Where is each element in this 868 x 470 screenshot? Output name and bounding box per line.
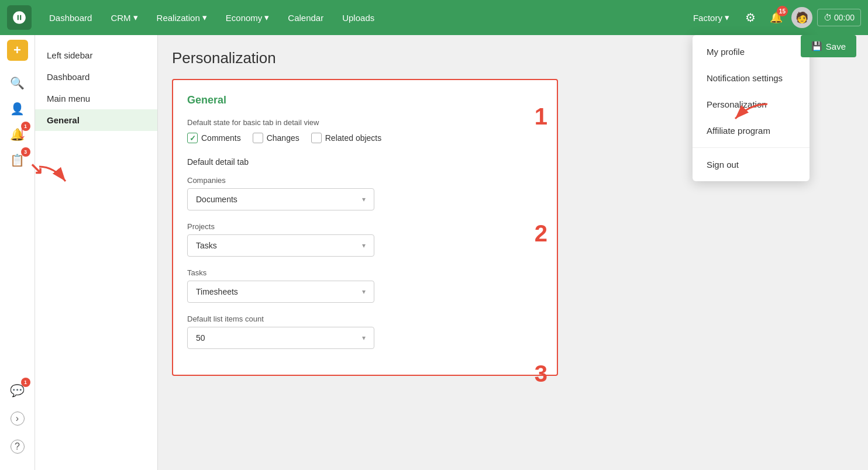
general-card: General Default state for basic tab in d… bbox=[172, 79, 558, 376]
economy-chevron-icon: ▾ bbox=[264, 12, 269, 23]
sidebar-item-general[interactable]: General bbox=[35, 109, 157, 131]
comments-checkbox[interactable]: ✓ Comments bbox=[187, 133, 241, 143]
navbar-right: Factory ▾ ⚙ 🔔 15 🧑 ⏱ 00:00 bbox=[687, 7, 861, 28]
reports-badge: 3 bbox=[21, 147, 30, 157]
help-icon: ? bbox=[11, 440, 25, 454]
related-objects-label: Related objects bbox=[325, 133, 382, 143]
crm-chevron-icon: ▾ bbox=[133, 12, 138, 23]
comments-label: Comments bbox=[201, 133, 241, 143]
basic-tab-label: Default state for basic tab in detail vi… bbox=[187, 118, 543, 127]
check-icon: ✓ bbox=[190, 134, 196, 143]
notifications-button[interactable]: 🔔 15 bbox=[766, 7, 787, 28]
list-items-select[interactable]: 50 ▾ bbox=[187, 327, 374, 349]
notification-badge: 15 bbox=[777, 6, 788, 16]
save-button[interactable]: 💾 Save bbox=[801, 35, 856, 57]
list-items-row: Default list items count 50 ▾ bbox=[187, 315, 543, 349]
dropdown-divider bbox=[693, 147, 810, 148]
expand-icon: › bbox=[11, 412, 25, 426]
projects-chevron-icon: ▾ bbox=[362, 241, 366, 250]
companies-chevron-icon: ▾ bbox=[362, 195, 366, 203]
save-icon: 💾 bbox=[811, 41, 822, 51]
app-logo[interactable] bbox=[7, 5, 32, 30]
tasks-select[interactable]: Timesheets ▾ bbox=[187, 281, 374, 303]
navbar: Dashboard CRM ▾ Realization ▾ Economy ▾ … bbox=[0, 0, 868, 35]
chat-icon-btn[interactable]: 💬 1 bbox=[6, 379, 29, 402]
nav-economy[interactable]: Economy ▾ bbox=[218, 8, 278, 27]
companies-select[interactable]: Documents ▾ bbox=[187, 188, 374, 210]
detail-tab-section-label: Default detail tab bbox=[187, 157, 543, 167]
sidebar-nav: ↓ Left sidebar Dashboard Main menu Gener… bbox=[35, 35, 158, 470]
timer-button[interactable]: ⏱ 00:00 bbox=[817, 9, 861, 26]
realization-chevron-icon: ▾ bbox=[202, 12, 207, 23]
companies-row: Companies Documents ▾ bbox=[187, 176, 543, 210]
search-icon-btn[interactable]: 🔍 bbox=[6, 71, 29, 95]
nav-crm[interactable]: CRM ▾ bbox=[102, 8, 146, 27]
nav-calendar[interactable]: Calendar bbox=[280, 8, 332, 27]
nav-uploads[interactable]: Uploads bbox=[334, 8, 383, 27]
annotation-2: 2 bbox=[535, 220, 547, 247]
dropdown-notification-settings[interactable]: Notification settings bbox=[693, 65, 810, 91]
dropdown-sign-out[interactable]: Sign out bbox=[693, 151, 810, 178]
nav-dashboard[interactable]: Dashboard bbox=[41, 8, 100, 27]
related-objects-checkbox-box[interactable] bbox=[311, 133, 322, 143]
companies-label: Companies bbox=[187, 176, 543, 185]
settings-button[interactable]: ⚙ bbox=[740, 7, 761, 28]
general-card-title: General bbox=[187, 94, 543, 106]
left-icon-bar: + 🔍 👤 ↘ 🔔 1 📋 3 💬 1 › ? bbox=[0, 35, 35, 470]
tasks-row: Tasks Timesheets ▾ bbox=[187, 268, 543, 303]
user-dropdown-menu: My profile Notification settings Persona… bbox=[693, 35, 810, 181]
projects-row: Projects Tasks ▾ bbox=[187, 222, 543, 257]
dropdown-personalization[interactable]: Personalization bbox=[693, 91, 810, 117]
timer-icon: ⏱ bbox=[824, 13, 832, 22]
sidebar-item-left-sidebar[interactable]: Left sidebar bbox=[35, 44, 157, 66]
list-items-label: Default list items count bbox=[187, 315, 543, 323]
projects-select[interactable]: Tasks ▾ bbox=[187, 234, 374, 257]
changes-checkbox-box[interactable] bbox=[253, 133, 263, 143]
changes-label: Changes bbox=[267, 133, 299, 143]
user-avatar[interactable]: 🧑 bbox=[791, 7, 812, 28]
nav-items: Dashboard CRM ▾ Realization ▾ Economy ▾ … bbox=[41, 8, 687, 27]
nav-realization[interactable]: Realization ▾ bbox=[149, 8, 215, 27]
factory-button[interactable]: Factory ▾ bbox=[687, 9, 735, 26]
related-objects-checkbox[interactable]: Related objects bbox=[311, 133, 382, 143]
dropdown-affiliate-program[interactable]: Affiliate program bbox=[693, 117, 810, 144]
tasks-label: Tasks bbox=[187, 268, 543, 277]
chat-badge: 1 bbox=[21, 378, 30, 387]
tasks-chevron-icon: ▾ bbox=[362, 288, 366, 296]
sidebar-item-main-menu[interactable]: Main menu bbox=[35, 88, 157, 109]
factory-chevron-icon: ▾ bbox=[725, 12, 729, 23]
projects-label: Projects bbox=[187, 222, 543, 231]
sidebar-item-dashboard[interactable]: Dashboard bbox=[35, 66, 157, 88]
checkboxes-row: ✓ Comments Changes Related objects 1 bbox=[187, 133, 543, 143]
annotation-3: 3 bbox=[535, 361, 547, 387]
left-icons-bottom: 💬 1 › ? bbox=[6, 379, 29, 465]
arrow-indicator: ↘ bbox=[29, 159, 43, 178]
expand-icon-btn[interactable]: › bbox=[6, 407, 29, 430]
comments-checkbox-box[interactable]: ✓ bbox=[187, 133, 198, 143]
contacts-icon-btn[interactable]: 👤 bbox=[6, 97, 29, 120]
dropdown-my-profile[interactable]: My profile bbox=[693, 39, 810, 65]
help-icon-btn[interactable]: ? bbox=[6, 435, 29, 458]
reports-icon-btn[interactable]: 📋 3 bbox=[6, 148, 29, 172]
list-items-chevron-icon: ▾ bbox=[362, 334, 366, 342]
annotation-1: 1 bbox=[535, 103, 547, 130]
sidebar-arrow: ↓ bbox=[18, 122, 27, 143]
changes-checkbox[interactable]: Changes bbox=[253, 133, 299, 143]
add-button[interactable]: + bbox=[7, 40, 28, 61]
